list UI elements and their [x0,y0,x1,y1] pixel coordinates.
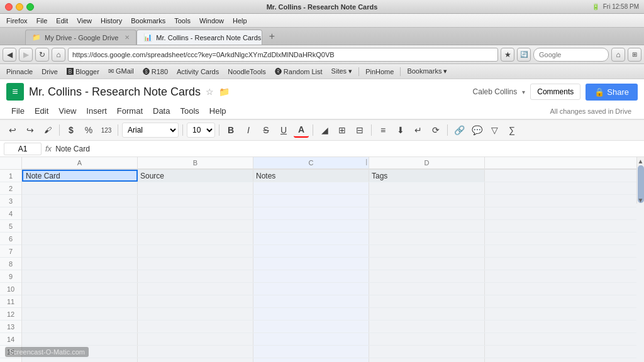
refresh-button[interactable]: ↻ [35,48,49,62]
home-button[interactable]: ⌂ [52,48,65,62]
cell-a8[interactable] [22,258,138,270]
cell-b13[interactable] [138,321,253,332]
menu-item-format[interactable]: Format [112,104,148,118]
menu-bookmarks[interactable]: Bookmarks [127,16,169,26]
text-color-button[interactable]: A [294,123,309,138]
search-input[interactable] [533,48,609,62]
url-bar[interactable] [68,48,498,62]
format-percent-button[interactable]: % [81,123,96,138]
menu-item-file[interactable]: File [6,104,30,118]
cell-b16[interactable] [138,358,253,362]
cell-c13[interactable] [253,321,369,332]
cell-c6[interactable] [253,233,369,244]
col-header-a[interactable]: A [22,157,138,168]
cell-d12[interactable] [369,308,485,320]
cell-c1[interactable]: Notes [253,170,369,182]
valign-button[interactable]: ⬇ [393,123,408,138]
cell-c8[interactable] [253,258,369,270]
cell-d11[interactable] [369,295,485,307]
cell-b5[interactable] [138,220,253,232]
bookmark-gmail[interactable]: ✉ GMail [104,66,138,77]
cell-b2[interactable] [138,182,253,194]
cell-a16[interactable] [22,358,138,362]
cell-d5[interactable] [369,220,485,232]
refresh-indicator[interactable]: 🔄 [517,48,531,62]
bookmark-icon[interactable]: ⌂ [611,48,625,62]
maximize-button[interactable] [26,3,34,11]
folder-icon[interactable]: 📁 [219,87,230,97]
cell-b6[interactable] [138,233,253,244]
cell-b15[interactable] [138,346,253,358]
menu-edit[interactable]: Edit [52,16,72,26]
cell-c15[interactable] [253,346,369,358]
cell-c12[interactable] [253,308,369,320]
cell-b7[interactable] [138,245,253,257]
minimize-button[interactable] [16,3,23,11]
cell-b11[interactable] [138,295,253,307]
cell-b1[interactable]: Source [138,170,253,182]
cell-d2[interactable] [369,182,485,194]
font-family-select[interactable]: Arial [122,123,179,138]
col-header-b[interactable]: B [138,157,253,168]
cell-a4[interactable] [22,207,138,219]
cell-c5[interactable] [253,220,369,232]
cell-b12[interactable] [138,308,253,320]
cell-c14[interactable] [253,333,369,345]
bookmark-pinnacle[interactable]: Pinnacle [3,67,36,77]
insert-link-button[interactable]: 🔗 [452,123,467,138]
cell-c11[interactable] [253,295,369,307]
borders-button[interactable]: ⊞ [335,123,350,138]
format-decimal-button[interactable]: 123 [99,123,114,138]
cell-d16[interactable] [369,358,485,362]
cell-a7[interactable] [22,245,138,257]
merge-cells-button[interactable]: ⊟ [352,123,367,138]
cell-b14[interactable] [138,333,253,345]
cell-a12[interactable] [22,308,138,320]
redo-button[interactable]: ↪ [23,123,38,138]
bookmark-random-list[interactable]: 🅡 Random List [271,67,326,77]
cell-reference[interactable] [4,143,42,155]
back-button[interactable]: ◀ [3,48,16,62]
cell-d13[interactable] [369,321,485,332]
halign-button[interactable]: ≡ [375,123,391,138]
functions-button[interactable]: ∑ [504,123,519,138]
menu-item-view[interactable]: View [53,104,81,118]
cell-d9[interactable] [369,270,485,282]
cell-c16[interactable] [253,358,369,362]
traffic-lights[interactable] [5,3,34,11]
cell-d6[interactable] [369,233,485,244]
bookmark-drive[interactable]: Drive [38,67,62,77]
cell-c10[interactable] [253,283,369,295]
scroll-down-arrow[interactable]: ▼ [637,196,644,204]
cell-b8[interactable] [138,258,253,270]
bookmark-pinhome[interactable]: PinHome [362,67,397,77]
tab-research-cards[interactable]: 📊 Mr. Collins - Research Note Cards ✕ [136,30,262,45]
bookmark-blogger[interactable]: 🅱 Blogger [63,67,103,77]
cell-d15[interactable] [369,346,485,358]
strikethrough-button[interactable]: S [258,123,274,138]
undo-button[interactable]: ↩ [5,123,20,138]
tab-google-drive[interactable]: 📁 My Drive - Google Drive ✕ [25,30,136,45]
cell-d10[interactable] [369,283,485,295]
cell-d3[interactable] [369,195,485,207]
cell-c3[interactable] [253,195,369,207]
close-button[interactable] [5,3,13,11]
cell-b4[interactable] [138,207,253,219]
cell-c4[interactable] [253,207,369,219]
menu-tools[interactable]: Tools [170,16,194,26]
bookmark-star[interactable]: ★ [501,48,514,62]
nav-extra[interactable]: ⊞ [628,48,641,62]
cell-b3[interactable] [138,195,253,207]
formula-content[interactable]: Note Card [55,145,640,153]
cell-a11[interactable] [22,295,138,307]
new-tab-button[interactable]: + [265,30,279,43]
menu-history[interactable]: History [97,16,126,26]
paint-format-button[interactable]: 🖌 [40,123,55,138]
col-header-d[interactable]: D [369,157,485,168]
comments-button[interactable]: Comments [530,84,580,100]
italic-button[interactable]: I [241,123,256,138]
tab-close-drive[interactable]: ✕ [125,34,130,41]
cell-a14[interactable] [22,333,138,345]
menu-item-help[interactable]: Help [204,104,231,118]
cell-b10[interactable] [138,283,253,295]
